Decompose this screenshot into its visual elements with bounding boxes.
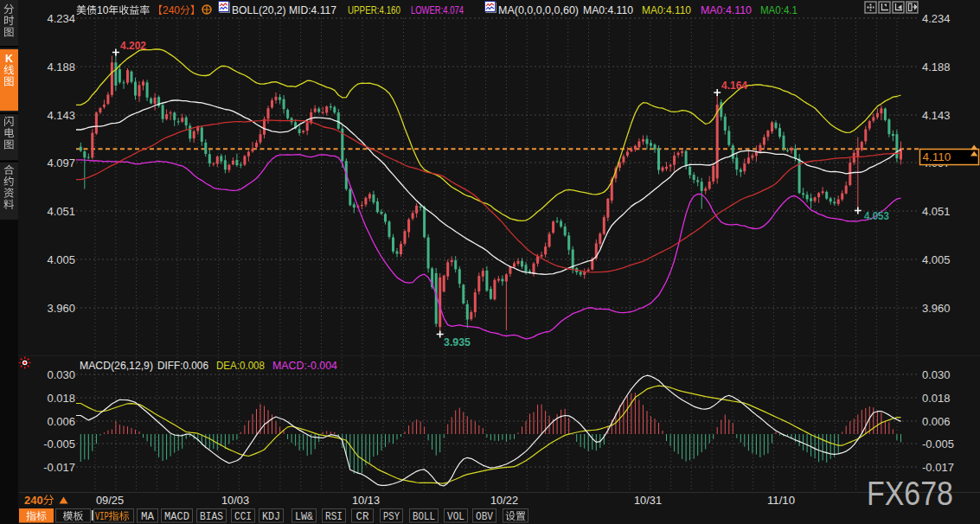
svg-text:DEA:0.008: DEA:0.008 bbox=[216, 360, 265, 372]
svg-text:4.143: 4.143 bbox=[47, 109, 75, 122]
svg-text:4.234: 4.234 bbox=[922, 12, 951, 25]
svg-text:4.234: 4.234 bbox=[47, 12, 75, 25]
svg-text:MA0:4.1: MA0:4.1 bbox=[760, 4, 797, 16]
svg-text:11/10: 11/10 bbox=[767, 494, 795, 507]
svg-text:3.960: 3.960 bbox=[47, 302, 75, 315]
svg-text:MACD: MACD bbox=[164, 511, 189, 523]
svg-text:-0.005: -0.005 bbox=[922, 438, 954, 451]
svg-text:BIAS: BIAS bbox=[200, 511, 223, 523]
svg-text:0.018: 0.018 bbox=[922, 392, 951, 405]
svg-text:-0.017: -0.017 bbox=[43, 461, 75, 474]
svg-text:MA(0,0,0,0,0,60): MA(0,0,0,0,0,60) bbox=[498, 4, 579, 16]
svg-text:4.097: 4.097 bbox=[47, 157, 75, 169]
svg-text:10/03: 10/03 bbox=[221, 494, 249, 507]
svg-text:RSI: RSI bbox=[325, 511, 343, 523]
svg-text:10/13: 10/13 bbox=[352, 494, 380, 507]
svg-text:BOLL(20,2) MID:4.117: BOLL(20,2) MID:4.117 bbox=[232, 4, 336, 16]
svg-text:09/25: 09/25 bbox=[96, 494, 124, 507]
svg-text:3.935: 3.935 bbox=[444, 335, 471, 348]
svg-text:OBV: OBV bbox=[476, 511, 494, 523]
svg-text:10: 10 bbox=[97, 4, 109, 16]
svg-text:VIP: VIP bbox=[95, 511, 109, 523]
svg-text:240: 240 bbox=[24, 494, 43, 507]
svg-text:-0.017: -0.017 bbox=[922, 461, 954, 474]
svg-text:0.006: 0.006 bbox=[922, 415, 951, 428]
svg-text:10/22: 10/22 bbox=[490, 494, 518, 507]
svg-text:K: K bbox=[5, 53, 13, 65]
svg-text:4.202: 4.202 bbox=[120, 39, 146, 52]
svg-text:4.051: 4.051 bbox=[47, 205, 75, 218]
svg-text:MA0:4.110: MA0:4.110 bbox=[701, 4, 752, 16]
svg-text:LOWER:4.074: LOWER:4.074 bbox=[411, 4, 464, 16]
svg-text:MA0:4.110: MA0:4.110 bbox=[583, 4, 633, 16]
svg-text:CCI: CCI bbox=[234, 511, 252, 523]
svg-text:3.960: 3.960 bbox=[922, 302, 951, 315]
svg-text:MA0:4.110: MA0:4.110 bbox=[642, 4, 691, 16]
svg-text:4.005: 4.005 bbox=[47, 253, 75, 266]
svg-text:4.164: 4.164 bbox=[721, 79, 747, 92]
svg-text:VOL: VOL bbox=[447, 511, 464, 523]
svg-text:DIFF:0.006: DIFF:0.006 bbox=[157, 360, 208, 372]
svg-text:0.018: 0.018 bbox=[47, 392, 75, 405]
svg-text:4.110: 4.110 bbox=[923, 150, 951, 163]
svg-text:4.005: 4.005 bbox=[922, 253, 951, 266]
svg-text:MACD:-0.004: MACD:-0.004 bbox=[272, 360, 337, 372]
svg-text:CR: CR bbox=[356, 511, 369, 523]
svg-text:UPPER:4.160: UPPER:4.160 bbox=[348, 4, 400, 16]
svg-text:4.188: 4.188 bbox=[47, 61, 75, 73]
svg-text:-0.005: -0.005 bbox=[43, 438, 75, 451]
svg-text:4.188: 4.188 bbox=[922, 61, 951, 73]
svg-text:MA: MA bbox=[141, 511, 155, 523]
svg-text:4.143: 4.143 bbox=[922, 109, 951, 122]
svg-text:0.030: 0.030 bbox=[47, 368, 75, 381]
svg-text:0.030: 0.030 bbox=[922, 368, 951, 381]
svg-text:PSY: PSY bbox=[383, 511, 400, 523]
svg-text:FX678: FX678 bbox=[867, 476, 953, 512]
svg-text:10/31: 10/31 bbox=[634, 494, 662, 507]
svg-text:KDJ: KDJ bbox=[262, 511, 280, 523]
svg-text:BOLL: BOLL bbox=[413, 511, 435, 523]
svg-text:MACD(26,12,9): MACD(26,12,9) bbox=[80, 360, 153, 372]
svg-text:LW&: LW& bbox=[295, 511, 313, 523]
svg-text:0.006: 0.006 bbox=[47, 415, 75, 428]
svg-text:4.053: 4.053 bbox=[864, 209, 889, 222]
svg-text:240: 240 bbox=[163, 4, 180, 16]
svg-text:4.051: 4.051 bbox=[922, 205, 951, 218]
